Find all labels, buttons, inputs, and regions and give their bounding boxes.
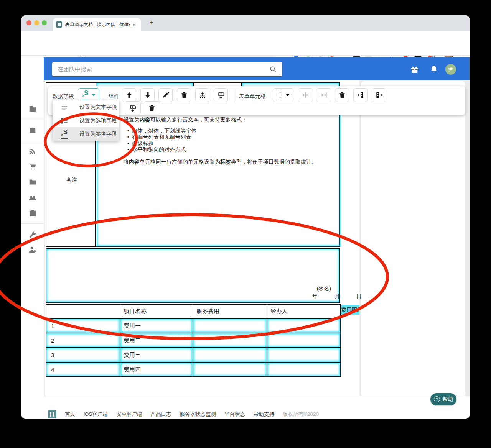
- page-footer: 首页 iOS客户端 安卓客户端 产品日志 服务器状态监测 平台状态 帮助支持 版…: [44, 396, 470, 419]
- sidebar-item-admin[interactable]: [28, 245, 37, 254]
- add-column-left-button[interactable]: [353, 88, 368, 102]
- search-input[interactable]: [52, 66, 269, 72]
- footer-link-android[interactable]: 安卓客户端: [116, 411, 142, 418]
- text-cursor-icon: [277, 91, 283, 99]
- menu-item-option-field[interactable]: 设置为选项字段: [53, 114, 119, 127]
- sidebar-item-projects[interactable]: [28, 209, 37, 217]
- user-avatar[interactable]: 尹: [445, 64, 456, 75]
- delete-component-button[interactable]: [177, 88, 191, 102]
- fee-value-cell[interactable]: [193, 348, 267, 362]
- tab-strip: 表单演示文档 - 演示团队 - 优建云 × +: [21, 15, 470, 31]
- handler-cell[interactable]: [267, 362, 341, 377]
- move-down-button[interactable]: [140, 88, 155, 102]
- row-number-cell[interactable]: 3: [46, 348, 120, 362]
- fee-name-cell[interactable]: 费用三: [120, 348, 193, 362]
- sidebar-item-tools[interactable]: [28, 231, 37, 239]
- year-label: 年: [312, 293, 318, 300]
- new-tab-button[interactable]: +: [150, 19, 154, 27]
- browser-tab[interactable]: 表单演示文档 - 演示团队 - 优建云 ×: [53, 18, 141, 31]
- minimize-window-button[interactable]: [34, 20, 39, 25]
- footer-link-platform-status[interactable]: 平台状态: [224, 411, 245, 418]
- add-column-right-button[interactable]: [372, 88, 386, 102]
- table-row: 1 费用一: [46, 318, 341, 333]
- app-sidebar: ›: [21, 56, 44, 419]
- signature-block[interactable]: (签名) 年 月 日: [46, 248, 340, 303]
- header-cell[interactable]: 服务费用: [193, 304, 267, 318]
- day-label: 日: [356, 293, 362, 300]
- add-child-node-button[interactable]: [195, 88, 209, 102]
- footer-logo-icon: [48, 410, 56, 418]
- table-row: 4 费用四: [46, 362, 341, 377]
- signature-label: (签名): [317, 286, 331, 292]
- footer-link-ios[interactable]: iOS客户端: [84, 411, 108, 418]
- fee-value-cell[interactable]: [193, 318, 267, 333]
- fee-name-cell[interactable]: 费用四: [120, 362, 193, 377]
- remark-label: 备注: [66, 177, 77, 184]
- sidebar-divider: [21, 223, 44, 224]
- edit-button[interactable]: [158, 88, 173, 102]
- add-row-button[interactable]: [214, 88, 228, 102]
- footer-link-server-status[interactable]: 服务器状态监测: [180, 411, 216, 418]
- sidebar-item-feed[interactable]: [28, 147, 37, 156]
- fee-value-cell[interactable]: [193, 333, 267, 348]
- menu-item-text-field[interactable]: 设置为文本字段: [53, 100, 119, 114]
- fee-table: 项目名称 服务费用 经办人 1 费用一 2 费用二 3 费用三: [46, 304, 341, 377]
- handler-cell[interactable]: [267, 318, 341, 333]
- sidebar-divider: [21, 119, 44, 119]
- delete-cell-button[interactable]: [335, 88, 349, 102]
- help-button[interactable]: ? 帮助: [430, 393, 456, 405]
- bullet-item: 水平和纵向的对齐方式: [127, 146, 196, 153]
- screen: 表单演示文档 - 演示团队 - 优建云 × + ← → ⟳ ⌂ console.…: [0, 0, 491, 448]
- fee-name-cell[interactable]: 费用一: [120, 318, 193, 333]
- header-cell[interactable]: 项目名称: [120, 304, 193, 318]
- header-cell[interactable]: 经办人: [267, 304, 341, 318]
- toolbar-divider: [234, 89, 234, 103]
- move-up-button[interactable]: [122, 88, 136, 102]
- fee-value-cell[interactable]: [193, 362, 267, 377]
- fee-name-cell[interactable]: 费用二: [120, 333, 193, 348]
- cell-label: 表单单元格: [239, 90, 266, 102]
- copyright-text: 版权所有©2020: [283, 411, 319, 418]
- sidebar-divider: [21, 141, 44, 141]
- gift-icon[interactable]: [410, 65, 419, 74]
- sidebar-item-members[interactable]: [28, 194, 37, 202]
- table-row: 3 费用三: [46, 348, 341, 362]
- bullet-list-icon: [60, 116, 69, 125]
- field-type-dropdown[interactable]: xS: [78, 88, 99, 102]
- properties-panel: [361, 81, 465, 397]
- browser-window: 表单演示文档 - 演示团队 - 优建云 × + ← → ⟳ ⌂ console.…: [21, 15, 470, 419]
- notifications-bell-icon[interactable]: [430, 65, 438, 74]
- merge-cells-button[interactable]: [298, 88, 313, 102]
- cell-width-button[interactable]: [316, 88, 331, 102]
- team-search[interactable]: [52, 62, 282, 76]
- close-window-button[interactable]: [26, 20, 31, 25]
- tab-title: 表单演示文档 - 演示团队 - 优建云: [65, 21, 130, 28]
- sidebar-item-server[interactable]: [28, 126, 37, 135]
- sidebar-item-files[interactable]: [28, 178, 37, 186]
- footer-link-home[interactable]: 首页: [65, 411, 75, 418]
- row-number-cell[interactable]: 2: [46, 333, 120, 348]
- fee-detail-tag[interactable]: 费用明细: [341, 305, 359, 315]
- bullet-item: 有编号列表和无编号列表: [127, 134, 196, 140]
- bookmarks-bar: Apps S Valley Ultra | Rc R...: [21, 45, 470, 56]
- search-icon: [269, 66, 277, 73]
- sidebar-item-company[interactable]: [28, 104, 37, 113]
- add-row-button-2[interactable]: [125, 101, 141, 115]
- handler-cell[interactable]: [267, 348, 341, 362]
- row-number-cell[interactable]: 4: [46, 362, 120, 377]
- delete-button-2[interactable]: [144, 101, 160, 115]
- browser-toolbar: ← → ⟳ ⌂ console.ublib.com/T20190310DC85/…: [21, 31, 470, 45]
- cell-type-dropdown[interactable]: [273, 88, 293, 102]
- header-cell[interactable]: [46, 304, 120, 318]
- tab-close-icon[interactable]: ×: [133, 22, 136, 28]
- row-number-cell[interactable]: 1: [46, 318, 120, 333]
- footer-link-changelog[interactable]: 产品日志: [151, 411, 171, 418]
- maximize-window-button[interactable]: [42, 20, 47, 25]
- bullet-item: 粗体，斜体，下划线等字体: [127, 128, 196, 134]
- text-lines-icon: [60, 103, 69, 112]
- handler-cell[interactable]: [267, 333, 341, 348]
- question-mark-icon: ?: [434, 396, 440, 402]
- menu-item-signature-field[interactable]: xS 设置为签名字段: [53, 127, 119, 141]
- sidebar-item-cart[interactable]: [28, 162, 37, 171]
- footer-link-support[interactable]: 帮助支持: [254, 411, 274, 418]
